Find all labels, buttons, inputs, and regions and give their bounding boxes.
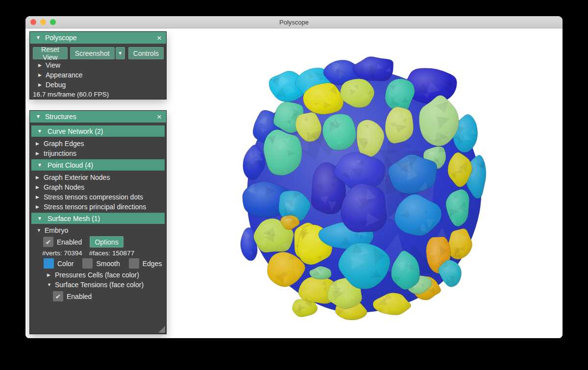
close-window-button[interactable]: [30, 19, 36, 25]
structure-item-embryo[interactable]: ▼ Embryo: [30, 225, 166, 235]
smooth-label: Smooth: [96, 260, 120, 268]
zoom-window-button[interactable]: [50, 19, 56, 25]
collapse-arrow-icon[interactable]: ▼: [36, 35, 41, 40]
minimize-window-button[interactable]: [40, 19, 46, 25]
structure-item-graph-exterior-nodes[interactable]: ▶ Graph Exterior Nodes: [30, 173, 166, 182]
collapsed-arrow-icon: ▶: [36, 141, 44, 146]
window-titlebar[interactable]: Polyscope: [25, 16, 563, 28]
enabled-checkbox[interactable]: ✔: [53, 291, 63, 301]
checkmark-icon: ✔: [46, 238, 51, 246]
structures-panel: ▼ Structures × ▼ Curve Network (2) ▶ Gra…: [29, 110, 167, 334]
structures-panel-header[interactable]: ▼ Structures ×: [30, 111, 166, 123]
structure-label: trijunctions: [44, 149, 76, 157]
face-count: #faces: 150877: [89, 249, 134, 257]
tree-item-appearance[interactable]: ▶ Appearance: [30, 70, 166, 80]
collapsed-arrow-icon: ▶: [36, 175, 44, 180]
collapsed-arrow-icon: ▶: [38, 82, 46, 87]
polyscope-panel-header[interactable]: ▼ Polyscope ×: [30, 32, 166, 44]
structure-item-graph-edges[interactable]: ▶ Graph Edges: [30, 139, 166, 148]
collapsed-arrow-icon: ▶: [47, 272, 55, 277]
structure-label: Stress tensors principal directions: [44, 203, 146, 211]
collapsed-arrow-icon: ▶: [36, 195, 44, 199]
smooth-checkbox[interactable]: [82, 258, 93, 269]
polyscope-panel-title: Polyscope: [45, 34, 77, 42]
color-label: Color: [57, 260, 74, 268]
close-icon[interactable]: ×: [157, 34, 162, 42]
vertex-count: #verts: 70394: [42, 249, 82, 257]
frame-rate-text: 16.7 ms/frame (60.0 FPS): [30, 91, 166, 98]
quantity-label: Surface Tensions (face color): [55, 281, 144, 289]
expanded-arrow-icon: ▼: [47, 282, 55, 287]
expanded-arrow-icon: ▼: [37, 228, 45, 233]
structure-item-graph-nodes[interactable]: ▶ Graph Nodes: [30, 182, 166, 192]
tree-item-view[interactable]: ▶ View: [30, 60, 166, 70]
mesh-stats: #verts: 70394#faces: 150877: [30, 249, 166, 257]
group-label: Curve Network (2): [48, 127, 103, 135]
screenshot-dropdown-button[interactable]: ▼: [116, 47, 125, 59]
window-title: Polyscope: [279, 19, 309, 26]
edges-checkbox[interactable]: [129, 258, 139, 269]
structure-label: Graph Exterior Nodes: [44, 173, 110, 181]
tree-item-label: Debug: [46, 81, 66, 89]
group-header-point-cloud[interactable]: ▼ Point Cloud (4): [31, 159, 165, 171]
screenshot-button[interactable]: Screenshot: [70, 47, 115, 59]
tree-item-label: View: [46, 61, 60, 69]
group-label: Surface Mesh (1): [48, 215, 100, 222]
structure-label: Stress tensors compression dots: [44, 193, 143, 201]
collapse-arrow-icon[interactable]: ▼: [36, 114, 41, 119]
surface-tensions-enabled-row: ✔ Enabled: [30, 291, 166, 301]
close-icon[interactable]: ×: [157, 113, 162, 121]
edges-label: Edges: [143, 260, 162, 268]
enabled-label: Enabled: [67, 293, 92, 300]
group-header-curve-network[interactable]: ▼ Curve Network (2): [31, 125, 165, 137]
collapse-arrow-icon: ▼: [37, 128, 42, 134]
structure-label: Graph Nodes: [44, 183, 84, 191]
group-header-surface-mesh[interactable]: ▼ Surface Mesh (1): [31, 213, 165, 224]
collapse-arrow-icon: ▼: [37, 216, 42, 221]
collapsed-arrow-icon: ▶: [36, 204, 44, 209]
group-label: Point Cloud (4): [48, 161, 93, 169]
tree-item-debug[interactable]: ▶ Debug: [30, 80, 166, 90]
controls-button[interactable]: Controls: [128, 47, 164, 59]
options-button[interactable]: Options: [90, 236, 123, 247]
structure-item-stress-principal[interactable]: ▶ Stress tensors principal directions: [30, 202, 166, 212]
surface-color-swatch[interactable]: [44, 258, 54, 269]
traffic-lights: [30, 19, 56, 25]
polyscope-panel: ▼ Polyscope × Reset View Screenshot ▼ Co…: [29, 31, 167, 99]
enabled-label: Enabled: [57, 238, 82, 246]
quantity-label: Pressures Cells (face color): [55, 271, 139, 279]
checkmark-icon: ✔: [55, 293, 61, 300]
collapsed-arrow-icon: ▶: [36, 185, 44, 190]
quantity-surface-tensions[interactable]: ▼ Surface Tensions (face color): [30, 280, 166, 290]
enabled-checkbox[interactable]: ✔: [43, 237, 53, 247]
structures-panel-title: Structures: [45, 113, 76, 121]
quantity-pressures-cells[interactable]: ▶ Pressures Cells (face color): [30, 270, 166, 280]
collapsed-arrow-icon: ▶: [38, 63, 46, 68]
panel-resize-grip[interactable]: [158, 326, 165, 333]
structure-item-trijunctions[interactable]: ▶ trijunctions: [30, 148, 166, 158]
collapsed-arrow-icon: ▶: [38, 73, 46, 77]
collapse-arrow-icon: ▼: [37, 162, 42, 168]
structure-item-stress-compression[interactable]: ▶ Stress tensors compression dots: [30, 192, 166, 202]
appearance-row: Color Smooth Edges: [30, 258, 166, 269]
tree-item-label: Appearance: [46, 71, 83, 79]
embryo-enabled-row: ✔ Enabled Options: [30, 236, 166, 247]
toolbar: Reset View Screenshot ▼ Controls: [33, 47, 166, 59]
structure-label: Embryo: [45, 226, 68, 234]
structure-label: Graph Edges: [44, 140, 84, 148]
collapsed-arrow-icon: ▶: [36, 151, 44, 156]
render-viewport[interactable]: ▼ Polyscope × Reset View Screenshot ▼ Co…: [25, 28, 563, 338]
reset-view-button[interactable]: Reset View: [33, 47, 68, 59]
dropdown-arrow-icon: ▼: [118, 50, 122, 56]
polyscope-app-window: Polyscope ▼ Polyscope × Reset View Scree…: [25, 16, 563, 338]
